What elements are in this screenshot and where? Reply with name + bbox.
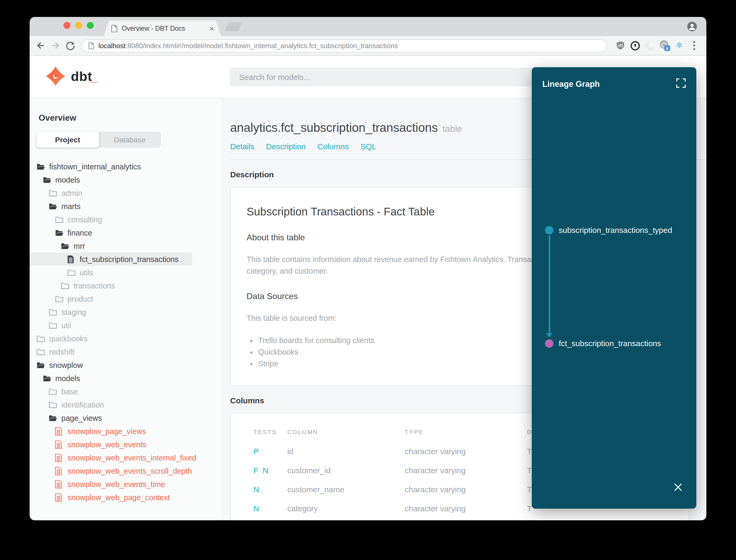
sidebar-title: Overview	[39, 113, 223, 123]
page-title-suffix: table	[442, 124, 462, 134]
tree-item-quickbooks[interactable]: quickbooks	[30, 332, 223, 345]
tree-item-fishtown_internal_analytics[interactable]: fishtown_internal_analytics	[30, 160, 223, 173]
tree-item-staging[interactable]: staging	[30, 305, 223, 319]
column-name: customer_id	[287, 466, 405, 475]
tree-item-models[interactable]: models	[30, 372, 223, 385]
tree-item-finance[interactable]: finance	[30, 226, 223, 239]
zoom-window-button[interactable]	[87, 22, 94, 29]
minimize-window-button[interactable]	[75, 22, 82, 29]
tests-badges: N	[254, 504, 287, 513]
lineage-graph-panel: Lineage Graph subscription_transactions_…	[532, 67, 696, 509]
browser-titlebar: Overview - DBT Docs ×	[30, 17, 706, 36]
tree-item-label: finance	[67, 228, 92, 237]
logo-underscore: _	[90, 69, 98, 83]
tree-item-consulting[interactable]: consulting	[30, 213, 223, 226]
tree-item-models[interactable]: models	[30, 173, 223, 186]
model-file-icon	[55, 467, 63, 475]
tree-item-label: consulting	[67, 215, 102, 224]
tree-item-fct_subscription_transactions[interactable]: fct_subscription_transactions	[30, 252, 223, 266]
person-icon	[687, 22, 697, 31]
profile-avatar[interactable]	[687, 22, 697, 31]
folder-closed-icon	[55, 295, 63, 303]
tree-item-snowplow_web_events_internal_fixed[interactable]: snowplow_web_events_internal_fixed	[30, 451, 223, 464]
page-favicon-icon	[111, 25, 118, 32]
tree-item-label: identification	[61, 400, 104, 409]
circle-extension-icon[interactable]	[644, 40, 656, 51]
menu-dots-icon[interactable]	[688, 40, 700, 51]
power-extension-icon[interactable]: x	[659, 40, 670, 51]
tab-details[interactable]: Details	[230, 142, 255, 151]
tab-sql[interactable]: SQL	[360, 142, 376, 151]
url-bar[interactable]: localhost:8080/index.html#!/model/model.…	[82, 39, 607, 52]
forward-button[interactable]	[50, 40, 61, 51]
tree-item-identification[interactable]: identification	[30, 398, 223, 411]
tree-item-mrr[interactable]: mrr	[30, 239, 223, 252]
tests-badges: P	[254, 446, 287, 455]
tab-description[interactable]: Description	[266, 142, 306, 151]
toggle-project[interactable]: Project	[37, 132, 99, 148]
tree-item-snowplow_web_page_context[interactable]: snowplow_web_page_context	[30, 491, 223, 504]
tree-item-page_views[interactable]: page_views	[30, 411, 223, 424]
tree-item-product[interactable]: product	[30, 292, 223, 305]
folder-closed-icon	[61, 281, 69, 290]
tree-item-snowplow_page_views[interactable]: snowplow_page_views	[30, 424, 223, 438]
tree-item-label: snowplow	[49, 361, 83, 369]
table-row-date_month[interactable]: Ndate_monthdateThis column indicates ...…	[254, 518, 688, 520]
folder-open-icon	[43, 175, 51, 184]
model-file-icon	[55, 493, 63, 502]
tab-columns[interactable]: Columns	[318, 142, 349, 151]
folder-open-icon	[37, 361, 45, 369]
column-type: character varying	[405, 446, 527, 455]
new-tab-button[interactable]	[224, 22, 242, 31]
sidebar: Overview Project Database fishtown_inter…	[30, 98, 223, 520]
tab-close-icon[interactable]: ×	[210, 24, 214, 33]
fullscreen-icon[interactable]	[676, 78, 686, 90]
tree-item-snowplow_web_events_time[interactable]: snowplow_web_events_time	[30, 477, 223, 491]
tree-item-label: fishtown_internal_analytics	[49, 162, 141, 171]
dbt-logo[interactable]: dbt_	[46, 66, 98, 86]
tree-item-transactions[interactable]: transactions	[30, 279, 223, 292]
tree-item-marts[interactable]: marts	[30, 200, 223, 213]
snowflake-icon[interactable]: ❄	[674, 40, 685, 51]
reload-button[interactable]	[65, 40, 76, 51]
tree-item-label: base	[61, 387, 78, 396]
node-dot	[545, 339, 553, 347]
tree-item-label: page_views	[61, 414, 102, 422]
toggle-database[interactable]: Database	[99, 132, 161, 148]
folder-closed-icon	[49, 321, 57, 329]
folder-closed-icon	[37, 334, 45, 343]
model-file-icon	[55, 480, 63, 488]
tree-item-utils[interactable]: utils	[30, 266, 223, 279]
tree-item-util[interactable]: util	[30, 319, 223, 332]
lineage-arrowhead	[546, 333, 552, 338]
tree-item-snowplow[interactable]: snowplow	[30, 358, 223, 372]
back-button[interactable]	[35, 40, 47, 51]
column-name: category	[287, 504, 405, 513]
lineage-close-icon[interactable]	[674, 483, 683, 494]
dbt-logo-icon	[46, 66, 66, 86]
file-tree: fishtown_internal_analyticsmodelsadminma…	[30, 160, 223, 504]
lineage-title: Lineage Graph	[542, 79, 600, 89]
column-header-tests: TESTS	[254, 429, 287, 435]
lineage-node-subscription_transactions_typed[interactable]: subscription_transactions_typed	[545, 225, 672, 234]
ublock-icon[interactable]: uO	[614, 40, 626, 51]
tree-item-base[interactable]: base	[30, 385, 223, 398]
model-file-icon	[55, 427, 63, 435]
lineage-node-fct_subscription_transactions[interactable]: fct_subscription_transactions	[545, 339, 661, 348]
tree-item-label: snowplow_web_events_time	[67, 480, 165, 488]
column-header-type: TYPE	[405, 429, 527, 435]
close-window-button[interactable]	[64, 22, 70, 29]
model-file-icon	[67, 255, 75, 263]
tree-item-snowplow_web_events[interactable]: snowplow_web_events	[30, 438, 223, 451]
node-label: fct_subscription_transactions	[559, 339, 661, 348]
column-type: character varying	[405, 504, 527, 513]
tree-item-snowplow_web_events_scroll_depth[interactable]: snowplow_web_events_scroll_depth	[30, 464, 223, 477]
tree-item-label: models	[55, 175, 80, 184]
url-path: :8080/index.html#!/model/model.fishtown_…	[126, 42, 398, 49]
tree-item-admin[interactable]: admin	[30, 186, 223, 200]
onepassword-icon[interactable]	[629, 40, 641, 51]
folder-closed-icon	[49, 189, 57, 197]
column-type: character varying	[405, 485, 527, 494]
tree-item-redshift[interactable]: redshift	[30, 345, 223, 358]
browser-tab[interactable]: Overview - DBT Docs ×	[104, 21, 221, 36]
